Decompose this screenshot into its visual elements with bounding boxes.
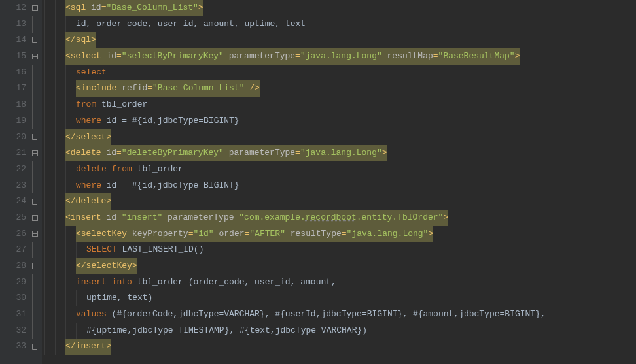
code-line[interactable]: SELECT LAST_INSERT_ID(): [42, 242, 636, 258]
code-line[interactable]: </select>: [42, 129, 636, 146]
code-token: </delete>: [65, 193, 111, 210]
code-line[interactable]: insert into tbl_order (order_code, user_…: [42, 274, 636, 291]
fold-marker-icon[interactable]: [31, 327, 38, 334]
indent-guide: [55, 290, 65, 306]
indent-guide: [44, 80, 55, 97]
line-number: 23: [0, 178, 39, 194]
indent-guide: [55, 65, 65, 81]
line-number: 16: [0, 65, 39, 81]
indent-guide: [44, 97, 55, 113]
code-token: uptime, text): [86, 290, 152, 306]
indent-guide: [55, 97, 65, 113]
code-line[interactable]: values (#{orderCode,jdbcType=VARCHAR}, #…: [42, 306, 636, 323]
fold-marker-icon[interactable]: [31, 21, 38, 27]
indent-guide: [55, 178, 65, 194]
fold-marker-icon[interactable]: [31, 86, 38, 92]
code-line[interactable]: id, order_code, user_id, amount, uptime,…: [42, 16, 636, 33]
code-line[interactable]: <selectKey keyProperty="id" order="AFTER…: [42, 226, 636, 242]
code-line[interactable]: #{uptime,jdbcType=TIMESTAMP}, #{text,jdb…: [42, 323, 636, 339]
code-line[interactable]: <delete id="deleteByPrimaryKey" paramete…: [42, 145, 636, 161]
code-token: <include: [76, 80, 122, 97]
code-token: [224, 48, 229, 65]
code-token: [162, 210, 168, 226]
indent-guide: [65, 274, 76, 291]
code-token: parameterType: [229, 145, 295, 161]
fold-marker-icon[interactable]: [31, 134, 38, 141]
fold-marker-icon[interactable]: [31, 344, 38, 350]
code-token: [285, 226, 291, 242]
indent-guide: [55, 242, 65, 258]
code-token: </select>: [65, 129, 111, 146]
fold-marker-icon[interactable]: [31, 214, 38, 221]
fold-marker-icon[interactable]: [31, 5, 38, 11]
code-token: =: [116, 145, 122, 161]
code-line[interactable]: <insert id="insert" parameterType="com.e…: [42, 210, 636, 226]
code-line[interactable]: <sql id="Base_Column_List">: [42, 0, 636, 16]
indent-guide: [55, 210, 65, 226]
indent-guide: [44, 226, 55, 242]
indent-guide: [55, 129, 65, 146]
line-number: 25: [0, 210, 39, 226]
code-token: values: [76, 306, 107, 323]
fold-marker-icon[interactable]: [31, 101, 38, 108]
code-token: insert into: [76, 274, 132, 291]
code-line[interactable]: where id = #{id,jdbcType=BIGINT}: [42, 113, 636, 129]
fold-marker-icon[interactable]: [31, 53, 38, 59]
code-line[interactable]: select: [42, 65, 636, 81]
fold-marker-icon[interactable]: [31, 263, 38, 269]
fold-marker-icon[interactable]: [31, 166, 38, 173]
indent-guide: [44, 0, 55, 16]
line-number: 19: [0, 113, 39, 129]
fold-marker-icon[interactable]: [31, 231, 38, 237]
code-line[interactable]: uptime, text): [42, 290, 636, 306]
code-token: </sql>: [65, 32, 96, 48]
code-line[interactable]: </selectKey>: [42, 258, 636, 274]
fold-marker-icon[interactable]: [31, 279, 38, 286]
fold-marker-icon[interactable]: [31, 118, 38, 124]
code-editor[interactable]: 1213141516171819202122232425262728293031…: [0, 0, 636, 364]
fold-marker-icon[interactable]: [31, 247, 38, 254]
code-line[interactable]: <include refid="Base_Column_List" />: [42, 80, 636, 97]
code-token: ,: [193, 16, 203, 33]
code-line[interactable]: from tbl_order: [42, 97, 636, 113]
fold-marker-icon[interactable]: [31, 37, 38, 44]
code-token: =: [101, 0, 107, 16]
line-number: 17: [0, 80, 39, 97]
code-line[interactable]: </delete>: [42, 193, 636, 210]
code-token: resultMap: [387, 48, 433, 65]
indent-guide: [55, 113, 65, 129]
indent-guide: [44, 306, 55, 323]
code-token: [224, 145, 229, 161]
indent-guide: [44, 339, 55, 355]
code-token: =: [342, 226, 347, 242]
code-area[interactable]: <sql id="Base_Column_List">id, order_cod…: [42, 0, 636, 364]
indent-guide: [76, 242, 86, 258]
code-token: id = #{id,jdbcType=BIGINT}: [101, 178, 239, 194]
indent-guide: [76, 290, 86, 306]
fold-marker-icon[interactable]: [31, 199, 38, 205]
fold-marker-icon[interactable]: [31, 182, 38, 189]
code-token: <delete: [65, 145, 106, 161]
code-token: "java.lang.Long": [300, 145, 382, 161]
fold-marker-icon[interactable]: [31, 311, 38, 318]
code-token: id: [76, 16, 86, 33]
indent-guide: [65, 80, 76, 97]
line-number: 24: [0, 193, 39, 210]
code-line[interactable]: delete from tbl_order: [42, 161, 636, 178]
code-line[interactable]: <select id="selectByPrimaryKey" paramete…: [42, 48, 636, 65]
code-token: recordboot: [306, 210, 357, 226]
code-token: #{uptime,jdbcType=TIMESTAMP}, #{text,jdb…: [86, 323, 367, 339]
fold-marker-icon[interactable]: [31, 295, 38, 302]
code-line[interactable]: </insert>: [42, 339, 636, 355]
code-line[interactable]: where id = #{id,jdbcType=BIGINT}: [42, 178, 636, 194]
code-token: parameterType: [168, 210, 234, 226]
code-token: id: [106, 145, 116, 161]
fold-marker-icon[interactable]: [31, 69, 38, 76]
fold-marker-icon[interactable]: [31, 150, 38, 157]
code-line[interactable]: </sql>: [42, 32, 636, 48]
indent-guide: [65, 306, 76, 323]
code-token: .entity.TblOrder": [357, 210, 444, 226]
indent-guide: [44, 32, 55, 48]
line-number: 14: [0, 32, 39, 48]
code-token: tbl_order (order_code, user_id, amount,: [132, 274, 336, 291]
